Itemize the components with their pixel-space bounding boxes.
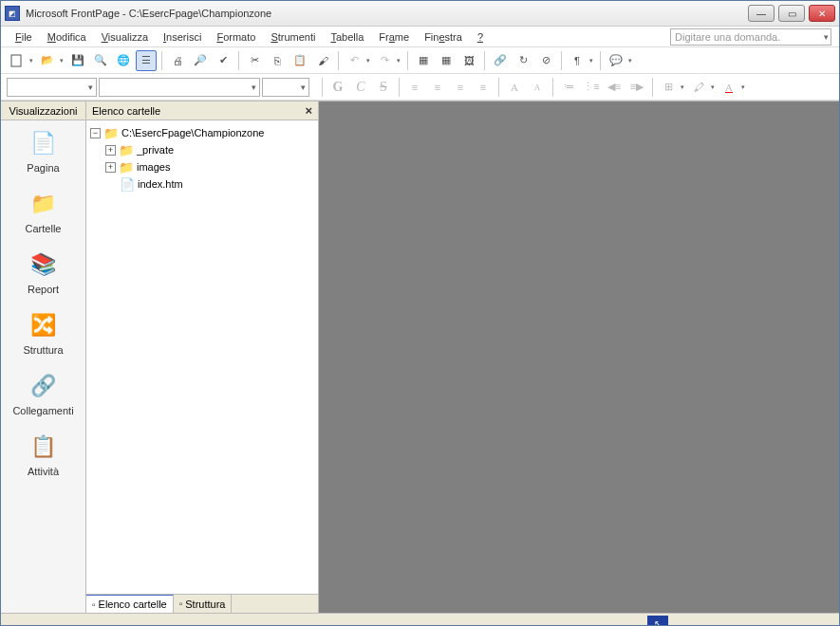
separator bbox=[407, 51, 408, 70]
indent-button[interactable]: ≡▶ bbox=[626, 77, 647, 98]
hyperlink-button[interactable]: 🔗 bbox=[490, 50, 511, 71]
folder-panel: Elenco cartelle × − 📁 C:\EsercFpage\Cham… bbox=[86, 101, 319, 613]
menu-inserisci[interactable]: Inserisci bbox=[157, 29, 208, 45]
expand-icon[interactable]: + bbox=[105, 145, 116, 156]
close-button[interactable]: ✕ bbox=[809, 5, 835, 22]
view-label: Collegamenti bbox=[12, 405, 73, 416]
menu-file[interactable]: File bbox=[9, 29, 39, 45]
search-button[interactable]: 🔍 bbox=[90, 50, 111, 71]
undo-button[interactable]: ↶ bbox=[344, 50, 364, 71]
view-pagina[interactable]: 📄Pagina bbox=[1, 120, 85, 181]
collapse-icon[interactable]: − bbox=[90, 128, 101, 138]
maximize-button[interactable]: ▭ bbox=[778, 5, 805, 22]
table-button[interactable]: ▦ bbox=[436, 50, 457, 71]
separator bbox=[322, 78, 323, 97]
pagina-icon: 📄 bbox=[28, 128, 59, 158]
publish-button[interactable]: 🌐 bbox=[113, 50, 134, 71]
tree-item-label: index.htm bbox=[138, 178, 183, 190]
border-button[interactable]: ⊞ bbox=[658, 77, 679, 98]
style-combo[interactable] bbox=[7, 78, 97, 97]
view-cartelle[interactable]: 📁Cartelle bbox=[1, 181, 85, 242]
increase-font-button[interactable]: A bbox=[504, 77, 525, 98]
bottom-tabs: ▫Elenco cartelle▫Struttura bbox=[86, 594, 318, 613]
font-color-button[interactable]: A bbox=[719, 77, 739, 98]
toggle-folder-button[interactable]: ☰ bbox=[136, 50, 157, 71]
titlebar: ◩ Microsoft FrontPage - C:\EsercFpage\Ch… bbox=[1, 1, 839, 27]
refresh-button[interactable]: ↻ bbox=[513, 50, 533, 71]
tab-icon: ▫ bbox=[179, 598, 183, 609]
spellcheck-button[interactable]: ✔ bbox=[213, 50, 233, 71]
folder-icon: 📁 bbox=[119, 160, 134, 175]
window-buttons: — ▭ ✕ bbox=[748, 5, 835, 22]
stop-button[interactable]: ⊘ bbox=[535, 50, 556, 71]
new-button[interactable] bbox=[7, 50, 28, 71]
view-label: Pagina bbox=[27, 162, 59, 174]
align-center-button[interactable]: ≡ bbox=[427, 77, 448, 98]
menu-finestra[interactable]: Finestra bbox=[418, 29, 469, 45]
menu-formato[interactable]: Formato bbox=[210, 29, 262, 45]
italic-button[interactable]: C bbox=[350, 77, 371, 98]
minimize-button[interactable]: — bbox=[748, 5, 775, 22]
tree-item-label: _private bbox=[137, 144, 174, 156]
help-button[interactable]: 💬 bbox=[606, 50, 626, 71]
close-panel-icon[interactable]: × bbox=[305, 103, 312, 118]
tab-struttura[interactable]: ▫Struttura bbox=[174, 595, 233, 613]
show-button[interactable]: ¶ bbox=[567, 50, 588, 71]
save-button[interactable]: 💾 bbox=[67, 50, 88, 71]
report-icon: 📚 bbox=[28, 249, 59, 280]
menu-modifica[interactable]: Modifica bbox=[41, 29, 93, 45]
size-combo[interactable] bbox=[262, 78, 309, 97]
menu-?[interactable]: ? bbox=[471, 29, 490, 45]
paste-button[interactable]: 📋 bbox=[289, 50, 310, 71]
view-attività[interactable]: 📋Attività bbox=[1, 424, 85, 485]
menu-visualizza[interactable]: Visualizza bbox=[95, 29, 155, 45]
copy-button[interactable]: ⎘ bbox=[267, 50, 288, 71]
menu-strumenti[interactable]: Strumenti bbox=[264, 29, 322, 45]
highlight-button[interactable]: 🖍 bbox=[688, 77, 709, 98]
cut-button[interactable]: ✂ bbox=[244, 50, 265, 71]
bold-button[interactable]: G bbox=[327, 77, 348, 98]
workarea: Visualizzazioni 📄Pagina📁Cartelle📚Report🔀… bbox=[1, 101, 839, 613]
toolbar-main: 📂 💾 🔍 🌐 ☰ 🖨 🔎 ✔ ✂ ⎘ 📋 🖌 ↶ ↷ ▦ ▦ 🖼 🔗 ↻ ⊘ … bbox=[1, 47, 839, 74]
view-label: Attività bbox=[28, 466, 59, 477]
view-report[interactable]: 📚Report bbox=[1, 242, 85, 303]
separator bbox=[498, 78, 499, 97]
tree-root-row[interactable]: − 📁 C:\EsercFpage\Championzone bbox=[90, 124, 314, 141]
views-bar: Visualizzazioni 📄Pagina📁Cartelle📚Report🔀… bbox=[1, 101, 86, 613]
struttura-icon: 🔀 bbox=[28, 310, 59, 341]
bullet-list-button[interactable]: ⋮≡ bbox=[581, 77, 602, 98]
folder-tree[interactable]: − 📁 C:\EsercFpage\Championzone +📁_privat… bbox=[86, 120, 318, 594]
open-button[interactable]: 📂 bbox=[37, 50, 58, 71]
format-painter-button[interactable]: 🖌 bbox=[312, 50, 333, 71]
folder-icon: 📁 bbox=[103, 126, 119, 140]
font-combo[interactable] bbox=[99, 78, 260, 97]
align-justify-button[interactable]: ≡ bbox=[473, 77, 494, 98]
menu-frame[interactable]: Frame bbox=[372, 29, 416, 45]
tree-item[interactable]: 📄index.htm bbox=[90, 175, 314, 193]
decrease-font-button[interactable]: A bbox=[527, 77, 548, 98]
file-icon: 📄 bbox=[120, 177, 135, 192]
align-left-button[interactable]: ≡ bbox=[404, 77, 425, 98]
separator bbox=[338, 51, 339, 70]
view-collegamenti[interactable]: 🔗Collegamenti bbox=[1, 363, 85, 424]
tree-item-label: images bbox=[137, 161, 170, 173]
align-right-button[interactable]: ≡ bbox=[450, 77, 471, 98]
print-button[interactable]: 🖨 bbox=[167, 50, 188, 71]
image-button[interactable]: 🖼 bbox=[458, 50, 479, 71]
component-button[interactable]: ▦ bbox=[413, 50, 434, 71]
help-search-box[interactable]: Digitare una domanda. bbox=[670, 28, 831, 46]
expand-icon[interactable]: + bbox=[105, 162, 116, 173]
preview-button[interactable]: 🔎 bbox=[190, 50, 211, 71]
redo-button[interactable]: ↷ bbox=[374, 50, 395, 71]
numbered-list-button[interactable]: ≔ bbox=[558, 77, 579, 98]
tree-item[interactable]: +📁images bbox=[90, 158, 314, 175]
tree-item[interactable]: +📁_private bbox=[90, 141, 314, 158]
separator bbox=[399, 78, 400, 97]
status-indicator-icon: ↖ bbox=[647, 616, 668, 627]
view-struttura[interactable]: 🔀Struttura bbox=[1, 303, 85, 363]
menu-tabella[interactable]: Tabella bbox=[324, 29, 370, 45]
view-label: Cartelle bbox=[26, 223, 62, 234]
outdent-button[interactable]: ◀≡ bbox=[604, 77, 625, 98]
strike-button[interactable]: S bbox=[373, 77, 394, 98]
tab-elenco-cartelle[interactable]: ▫Elenco cartelle bbox=[86, 595, 174, 613]
